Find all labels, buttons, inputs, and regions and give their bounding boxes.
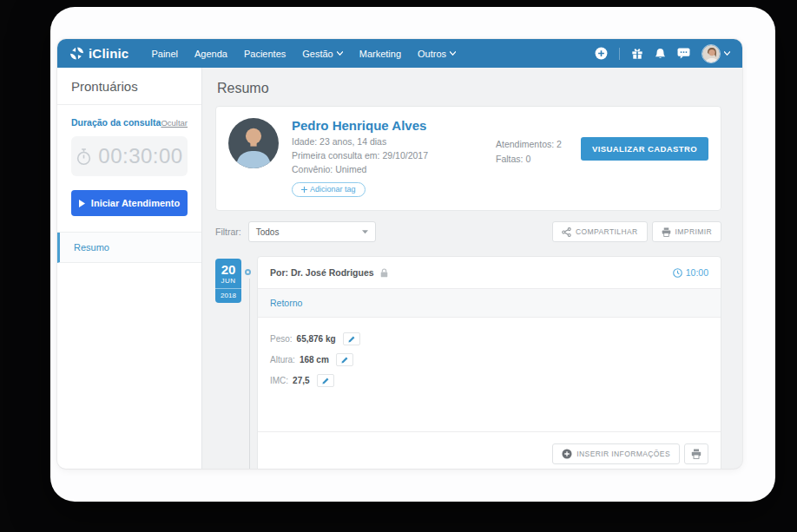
chat-icon[interactable]	[677, 48, 690, 59]
pencil-icon	[322, 378, 329, 384]
record-timeline: 20 JUN 2018 Por: Dr. José Rodrigues 10:0…	[215, 256, 721, 469]
edit-weight-button[interactable]	[343, 332, 360, 345]
gift-icon[interactable]	[631, 48, 643, 60]
filter-select[interactable]: Todos	[248, 221, 376, 242]
insert-information-button[interactable]: INSERIR INFORMAÇÕES	[552, 443, 680, 464]
patient-age: Idade: 23 anos, 14 dias	[292, 135, 428, 149]
measurement-row-height: Altura: 168 cm	[270, 353, 708, 366]
measurement-row-weight: Peso: 65,876 kg	[270, 332, 708, 345]
entry-author: Por: Dr. José Rodrigues	[270, 267, 374, 278]
timer-value: 00:30:00	[98, 144, 182, 168]
menu-item-agenda[interactable]: Agenda	[194, 49, 227, 59]
timeline-dot	[245, 269, 251, 275]
entry-footer: INSERIR INFORMAÇÕES	[258, 431, 721, 469]
pencil-icon	[341, 357, 348, 364]
page-title: Resumo	[217, 81, 721, 96]
quick-add-icon[interactable]	[595, 47, 608, 60]
patient-info: Pedro Henrique Alves Idade: 23 anos, 14 …	[292, 118, 428, 197]
entry-print-button[interactable]	[684, 443, 708, 464]
menu-item-gestao[interactable]: Gestão	[302, 49, 342, 59]
edit-bmi-button[interactable]	[317, 374, 334, 387]
consult-timer: 00:30:00	[71, 136, 188, 176]
menu-item-marketing[interactable]: Marketing	[359, 49, 401, 59]
sidebar-title: Prontuários	[57, 68, 201, 105]
chevron-down-icon	[450, 51, 456, 56]
add-tag-button[interactable]: Adicionar tag	[292, 182, 366, 197]
stopwatch-icon	[76, 148, 92, 166]
pencil-icon	[348, 336, 355, 343]
printer-icon	[691, 449, 701, 459]
patient-stats: Atendimentos: 2 Faltas: 0	[496, 137, 562, 197]
filter-selected-value: Todos	[256, 227, 362, 237]
printer-icon	[662, 227, 671, 237]
brand-name: iClinic	[89, 46, 128, 61]
chevron-down-icon	[724, 51, 730, 56]
main-menu: Painel Agenda Pacientes Gestão Marketing…	[151, 49, 456, 59]
entry-time: 10:00	[673, 267, 708, 278]
clock-icon	[673, 268, 682, 278]
entry-category[interactable]: Retorno	[258, 288, 721, 318]
records-sidebar: Prontuários Duração da consulta Ocultar …	[57, 68, 202, 469]
date-year: 2018	[215, 288, 241, 303]
navbar-right-tools	[595, 44, 730, 63]
navbar-divider	[619, 48, 620, 60]
brand-logo[interactable]: iClinic	[69, 46, 128, 61]
iclinic-logo-icon	[69, 46, 84, 61]
share-icon	[562, 227, 571, 237]
lock-icon	[380, 268, 388, 278]
duration-label: Duração da consulta	[71, 117, 161, 128]
absences-count: Faltas: 0	[496, 152, 562, 167]
menu-item-painel[interactable]: Painel	[151, 49, 178, 59]
patient-summary-card: Pedro Henrique Alves Idade: 23 anos, 14 …	[215, 106, 721, 211]
user-menu[interactable]	[701, 44, 730, 63]
app-window: iClinic Painel Agenda Pacientes Gestão M…	[50, 7, 775, 502]
plus-icon	[301, 187, 307, 193]
iclinic-app: iClinic Painel Agenda Pacientes Gestão M…	[57, 39, 742, 469]
date-month: JUN	[215, 277, 241, 288]
sidebar-item-resumo[interactable]: Resumo	[57, 233, 201, 263]
measurement-row-bmi: IMC: 27,5	[270, 374, 708, 387]
patient-first-visit: Primeira consulta em: 29/10/2017	[292, 149, 428, 163]
patient-avatar	[228, 118, 279, 168]
menu-item-pacientes[interactable]: Pacientes	[244, 49, 286, 59]
entry-header: Por: Dr. José Rodrigues 10:00	[258, 257, 721, 288]
record-actions: COMPARTILHAR IMPRIMIR	[552, 221, 721, 242]
share-button[interactable]: COMPARTILHAR	[552, 221, 648, 242]
main-content: Resumo Pedro Henrique Alves Idade: 23 an…	[202, 68, 742, 469]
edit-height-button[interactable]	[336, 353, 353, 366]
consult-duration-panel: Duração da consulta Ocultar 00:30:00 Ini…	[57, 105, 201, 233]
entry-measurements: Peso: 65,876 kg Altura: 168 cm	[258, 318, 721, 431]
filter-label: Filtrar:	[215, 227, 241, 237]
timeline-date-badge[interactable]: 20 JUN 2018	[215, 259, 241, 303]
patient-name[interactable]: Pedro Henrique Alves	[292, 118, 428, 133]
attendances-count: Atendimentos: 2	[496, 137, 562, 152]
view-registration-button[interactable]: VISUALIZAR CADASTRO	[581, 137, 708, 161]
user-avatar	[701, 44, 721, 63]
start-attendance-button[interactable]: Iniciar Atendimento	[71, 190, 188, 216]
menu-item-outros[interactable]: Outros	[418, 49, 456, 59]
date-day: 20	[215, 263, 241, 277]
record-entry-card: Por: Dr. José Rodrigues 10:00 Retorno Pe…	[257, 256, 721, 469]
plus-circle-icon	[562, 449, 572, 459]
notifications-bell-icon[interactable]	[655, 48, 666, 60]
patient-insurance: Convênio: Unimed	[292, 163, 428, 177]
filter-row: Filtrar: Todos COMPARTILHAR IMPRIMIR	[215, 221, 721, 242]
print-button[interactable]: IMPRIMIR	[652, 221, 721, 242]
play-icon	[79, 200, 85, 207]
chevron-down-icon	[337, 51, 343, 56]
timeline-line	[249, 279, 250, 469]
hide-timer-link[interactable]: Ocultar	[161, 118, 188, 128]
top-navbar: iClinic Painel Agenda Pacientes Gestão M…	[57, 39, 742, 68]
caret-down-icon	[362, 230, 368, 234]
